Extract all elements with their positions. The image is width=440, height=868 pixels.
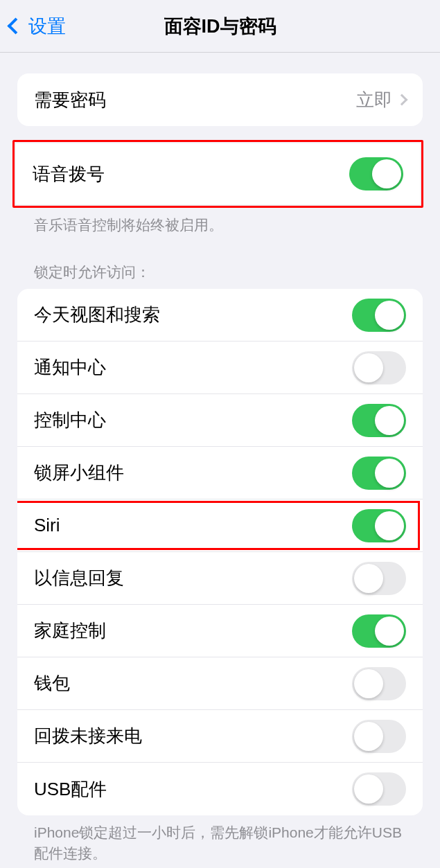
locked-access-row: 今天视图和搜索	[17, 289, 423, 342]
toggle-knob	[354, 722, 383, 751]
locked-access-item-label: 回拨未接来电	[34, 724, 352, 748]
page-title: 面容ID与密码	[0, 14, 440, 39]
voice-dial-row: 语音拨号	[16, 143, 420, 204]
toggle-knob	[375, 459, 404, 488]
toggle-knob	[354, 774, 383, 804]
locked-access-toggle[interactable]	[352, 404, 406, 437]
toggle-knob	[375, 406, 404, 435]
require-passcode-row[interactable]: 需要密码 立即	[17, 73, 423, 126]
voice-dial-toggle[interactable]	[349, 157, 403, 191]
locked-access-toggle[interactable]	[352, 772, 406, 806]
locked-access-row: 以信息回复	[17, 552, 423, 605]
locked-access-toggle[interactable]	[352, 614, 406, 648]
locked-access-list: 今天视图和搜索通知中心控制中心锁屏小组件Siri以信息回复家庭控制钱包回拨未接来…	[17, 289, 423, 815]
toggle-knob	[375, 301, 404, 330]
highlight-box-voice-dial: 语音拨号	[12, 140, 423, 208]
toggle-knob	[354, 353, 383, 382]
locked-access-toggle[interactable]	[352, 457, 406, 490]
locked-access-header: 锁定时允许访问：	[17, 263, 423, 289]
locked-access-item-label: 通知中心	[34, 355, 352, 380]
locked-access-item-label: USB配件	[34, 777, 352, 801]
locked-access-item-label: 今天视图和搜索	[34, 303, 352, 327]
locked-access-row: USB配件	[17, 763, 423, 815]
locked-access-row: 通知中心	[17, 342, 423, 394]
locked-access-item-label: 锁屏小组件	[34, 461, 352, 485]
locked-access-section: 锁定时允许访问： 今天视图和搜索通知中心控制中心锁屏小组件Siri以信息回复家庭…	[17, 263, 423, 863]
require-passcode-label: 需要密码	[34, 88, 356, 112]
back-label: 设置	[28, 14, 66, 39]
locked-access-toggle[interactable]	[352, 299, 406, 332]
locked-access-row: 回拨未接来电	[17, 710, 423, 763]
require-passcode-value: 立即	[356, 88, 392, 112]
toggle-knob	[375, 511, 404, 540]
locked-access-row: 钱包	[17, 657, 423, 710]
back-button[interactable]: 设置	[0, 14, 66, 39]
chevron-right-icon	[396, 94, 408, 106]
locked-access-toggle[interactable]	[352, 509, 406, 542]
header-bar: 设置 面容ID与密码	[0, 0, 440, 53]
locked-access-toggle[interactable]	[352, 667, 406, 700]
toggle-knob	[372, 159, 401, 188]
chevron-left-icon	[7, 17, 24, 34]
voice-dial-highlight-wrapper: 语音拨号	[12, 140, 423, 208]
locked-access-toggle[interactable]	[352, 562, 406, 595]
locked-access-item-label: 以信息回复	[34, 566, 352, 590]
voice-dial-label: 语音拨号	[33, 162, 349, 186]
passcode-section: 需要密码 立即	[17, 73, 423, 126]
locked-access-row: 家庭控制	[17, 605, 423, 657]
locked-access-item-label: 钱包	[34, 671, 352, 696]
locked-access-row: Siri	[17, 499, 423, 552]
locked-access-toggle[interactable]	[352, 351, 406, 384]
locked-access-item-label: Siri	[34, 515, 352, 536]
toggle-knob	[354, 564, 383, 593]
voice-dial-footer: 音乐语音控制将始终被启用。	[17, 208, 423, 235]
toggle-knob	[375, 617, 404, 646]
locked-access-toggle[interactable]	[352, 720, 406, 753]
locked-access-item-label: 控制中心	[34, 408, 352, 432]
toggle-knob	[354, 669, 383, 698]
locked-access-row: 控制中心	[17, 394, 423, 447]
locked-access-row: 锁屏小组件	[17, 447, 423, 499]
locked-access-footer: iPhone锁定超过一小时后，需先解锁iPhone才能允许USB配件连接。	[17, 815, 423, 863]
locked-access-item-label: 家庭控制	[34, 619, 352, 643]
